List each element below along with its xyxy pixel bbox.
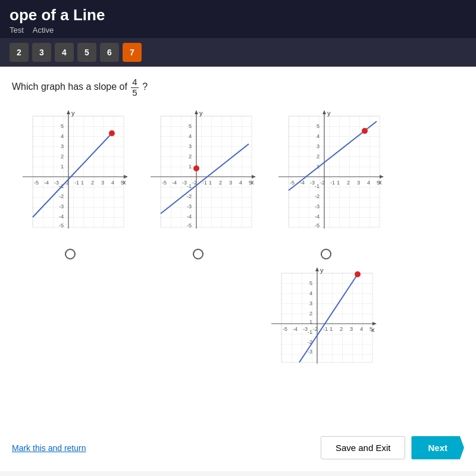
svg-text:3: 3 xyxy=(189,143,192,149)
svg-text:5: 5 xyxy=(249,180,252,186)
svg-text:4: 4 xyxy=(239,180,242,186)
save-exit-button[interactable]: Save and Exit xyxy=(321,436,406,459)
nav-tab-6[interactable]: 6 xyxy=(100,43,119,62)
svg-text:5: 5 xyxy=(309,280,312,286)
nav-tab-3[interactable]: 3 xyxy=(32,43,51,62)
svg-text:5: 5 xyxy=(317,123,320,129)
radio-2[interactable] xyxy=(193,249,203,259)
svg-point-86 xyxy=(362,128,368,134)
nav-tab-5[interactable]: 5 xyxy=(77,43,96,62)
graph-4-svg: x y -5 -4 -3 -2 -1 1 2 3 4 5 5 4 3 2 1 -… xyxy=(261,265,377,384)
svg-text:2: 2 xyxy=(317,154,320,159)
svg-text:y: y xyxy=(327,109,331,117)
svg-text:-1: -1 xyxy=(330,180,335,186)
svg-text:-3: -3 xyxy=(187,203,192,209)
radio-3[interactable] xyxy=(321,249,331,259)
svg-text:1: 1 xyxy=(337,180,340,186)
svg-text:2: 2 xyxy=(309,311,312,317)
svg-text:1: 1 xyxy=(330,326,333,332)
svg-text:-5: -5 xyxy=(290,180,295,186)
svg-text:1: 1 xyxy=(61,164,64,170)
graph-1-svg: x y -5 -4 -3 -2 -1 1 2 3 4 5 5 4 3 2 1 -… xyxy=(12,108,128,245)
svg-text:4: 4 xyxy=(317,133,320,139)
svg-marker-33 xyxy=(195,110,198,114)
fraction-denominator: 5 xyxy=(131,88,138,98)
svg-text:-2: -2 xyxy=(320,180,325,186)
svg-text:-1: -1 xyxy=(323,326,328,332)
svg-text:4: 4 xyxy=(111,180,114,186)
svg-text:-4: -4 xyxy=(172,180,177,186)
svg-text:-2: -2 xyxy=(313,326,318,332)
svg-text:-3: -3 xyxy=(315,203,320,209)
fraction: 4 5 xyxy=(131,77,138,98)
svg-text:4: 4 xyxy=(309,290,312,296)
svg-rect-87 xyxy=(281,273,372,362)
svg-text:-1: -1 xyxy=(315,183,320,189)
question-text: Which graph has a slope of 4 5 ? xyxy=(12,77,464,98)
svg-text:3: 3 xyxy=(350,326,353,332)
svg-text:-2: -2 xyxy=(59,193,64,199)
graphs-bottom-row: x y -5 -4 -3 -2 -1 1 2 3 4 5 5 4 3 2 1 -… xyxy=(173,265,464,384)
svg-text:2: 2 xyxy=(347,180,350,186)
question-suffix: ? xyxy=(142,82,148,92)
svg-text:-1: -1 xyxy=(308,329,312,335)
svg-marker-62 xyxy=(322,110,326,114)
svg-text:-4: -4 xyxy=(59,214,64,220)
svg-text:-5: -5 xyxy=(315,223,320,228)
page-title: ope of a Line xyxy=(10,6,466,24)
svg-text:3: 3 xyxy=(61,143,64,149)
svg-text:y: y xyxy=(199,109,203,117)
svg-text:-4: -4 xyxy=(187,214,192,220)
svg-text:3: 3 xyxy=(357,180,360,186)
svg-text:-3: -3 xyxy=(182,180,187,186)
header-type: Test xyxy=(10,26,24,35)
graph-option-2: x y -5 -4 -3 -2 -1 1 2 3 4 5 5 4 3 2 1 -… xyxy=(140,108,256,259)
svg-text:-1: -1 xyxy=(74,180,79,186)
graph-option-4: x y -5 -4 -3 -2 -1 1 2 3 4 5 5 4 3 2 1 -… xyxy=(261,265,377,384)
question-prefix: Which graph has a slope of xyxy=(12,82,130,92)
radio-1[interactable] xyxy=(65,249,76,259)
svg-text:5: 5 xyxy=(189,123,192,129)
mark-return-link[interactable]: Mark this and return xyxy=(12,443,86,453)
svg-text:2: 2 xyxy=(219,180,222,186)
main-content: Which graph has a slope of 4 5 ? xyxy=(0,67,476,471)
graph-3-svg: x y -5 -4 -3 -2 -1 1 2 3 4 5 5 4 3 2 1 -… xyxy=(268,108,384,245)
svg-text:5: 5 xyxy=(61,123,64,129)
svg-text:3: 3 xyxy=(309,300,312,306)
fraction-numerator: 4 xyxy=(131,77,138,88)
svg-text:y: y xyxy=(71,109,75,117)
svg-text:3: 3 xyxy=(317,143,320,149)
svg-text:1: 1 xyxy=(81,180,84,186)
svg-text:-5: -5 xyxy=(162,180,167,186)
nav-tab-4[interactable]: 4 xyxy=(55,43,74,62)
svg-text:3: 3 xyxy=(229,180,232,186)
nav-tab-2[interactable]: 2 xyxy=(10,43,29,62)
svg-text:2: 2 xyxy=(61,154,64,159)
svg-text:4: 4 xyxy=(367,180,370,186)
bottom-bar: Mark this and return Save and Exit Next xyxy=(12,436,464,459)
svg-text:3: 3 xyxy=(101,180,104,186)
nav-tab-7[interactable]: 7 xyxy=(123,43,142,62)
svg-text:-2: -2 xyxy=(187,193,192,199)
svg-marker-90 xyxy=(372,322,377,325)
svg-text:2: 2 xyxy=(340,326,343,332)
svg-text:-5: -5 xyxy=(59,223,64,228)
svg-text:-4: -4 xyxy=(293,326,298,332)
svg-text:-5: -5 xyxy=(187,223,192,228)
svg-text:4: 4 xyxy=(360,326,363,332)
svg-text:2: 2 xyxy=(189,154,192,159)
svg-text:4: 4 xyxy=(189,133,192,139)
svg-text:1: 1 xyxy=(309,319,312,325)
graph-2-svg: x y -5 -4 -3 -2 -1 1 2 3 4 5 5 4 3 2 1 -… xyxy=(140,108,256,245)
next-button[interactable]: Next xyxy=(411,436,464,459)
svg-text:-4: -4 xyxy=(44,180,49,186)
svg-text:5: 5 xyxy=(369,326,372,332)
question-nav: 2 3 4 5 6 7 xyxy=(0,38,476,67)
header-status: Active xyxy=(33,26,54,35)
svg-text:-3: -3 xyxy=(303,326,308,332)
action-buttons: Save and Exit Next xyxy=(321,436,464,459)
svg-text:4: 4 xyxy=(61,133,64,139)
graph-option-1: x y -5 -4 -3 -2 -1 1 2 3 4 5 5 4 3 2 1 -… xyxy=(12,108,128,259)
svg-text:1: 1 xyxy=(209,180,212,186)
svg-point-57 xyxy=(193,165,199,171)
